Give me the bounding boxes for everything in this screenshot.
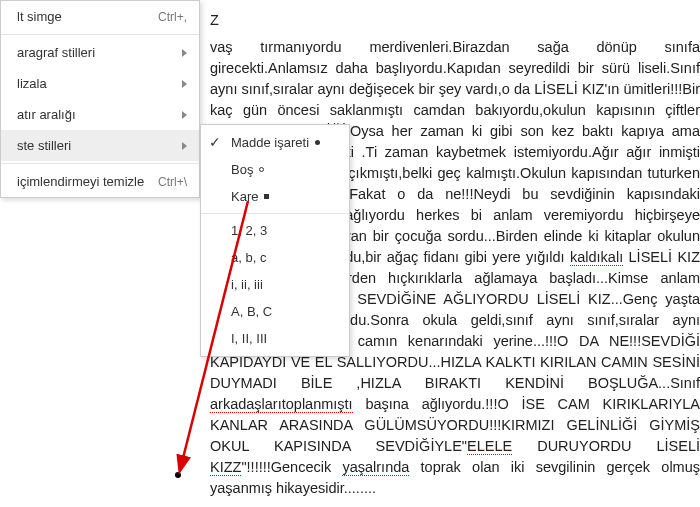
list-styles-submenu[interactable]: ✓Madde işaretiBoşKare1, 2, 3a, b, ci, ii… (200, 124, 350, 357)
menu-shortcut: Ctrl+, (158, 10, 187, 24)
menu-item-3[interactable]: lizala (1, 68, 199, 99)
bullet-circle-icon (259, 167, 264, 172)
check-icon: ✓ (209, 134, 221, 150)
menu-item-label: lizala (17, 76, 47, 91)
list-style-option-7[interactable]: A, B, C (201, 298, 349, 325)
list-style-option-1[interactable]: Boş (201, 156, 349, 183)
menu-separator (1, 163, 199, 164)
submenu-item-label: i, ii, iii (231, 277, 263, 292)
list-style-option-0[interactable]: ✓Madde işareti (201, 129, 349, 156)
list-bullet-dot (175, 472, 181, 478)
menu-shortcut: Ctrl+\ (158, 175, 187, 189)
chevron-right-icon (182, 142, 187, 150)
menu-item-4[interactable]: atır aralığı (1, 99, 199, 130)
submenu-item-label: Kare (231, 189, 258, 204)
chevron-right-icon (182, 80, 187, 88)
doc-line: Z (210, 10, 700, 31)
list-style-option-6[interactable]: i, ii, iii (201, 271, 349, 298)
chevron-right-icon (182, 49, 187, 57)
menu-item-7[interactable]: içimlendirmeyi temizleCtrl+\ (1, 166, 199, 197)
list-style-option-2[interactable]: Kare (201, 183, 349, 210)
submenu-item-label: Boş (231, 162, 253, 177)
submenu-item-label: I, II, III (231, 331, 267, 346)
submenu-item-label: 1, 2, 3 (231, 223, 267, 238)
menu-item-label: ste stilleri (17, 138, 71, 153)
submenu-item-label: Madde işareti (231, 135, 309, 150)
menu-item-2[interactable]: aragraf stilleri (1, 37, 199, 68)
menu-item-label: lt simge (17, 9, 62, 24)
submenu-separator (201, 213, 349, 214)
submenu-item-label: a, b, c (231, 250, 266, 265)
format-menu[interactable]: lt simgeCtrl+,aragraf stillerilizalaatır… (0, 0, 200, 198)
bullet-square-icon (264, 194, 269, 199)
menu-separator (1, 34, 199, 35)
list-style-option-8[interactable]: I, II, III (201, 325, 349, 352)
chevron-right-icon (182, 111, 187, 119)
list-style-option-4[interactable]: 1, 2, 3 (201, 217, 349, 244)
list-style-option-5[interactable]: a, b, c (201, 244, 349, 271)
menu-item-label: içimlendirmeyi temizle (17, 174, 144, 189)
menu-item-0[interactable]: lt simgeCtrl+, (1, 1, 199, 32)
menu-item-5[interactable]: ste stilleri (1, 130, 199, 161)
menu-item-label: aragraf stilleri (17, 45, 95, 60)
menu-item-label: atır aralığı (17, 107, 76, 122)
submenu-item-label: A, B, C (231, 304, 272, 319)
bullet-dot-icon (315, 140, 320, 145)
